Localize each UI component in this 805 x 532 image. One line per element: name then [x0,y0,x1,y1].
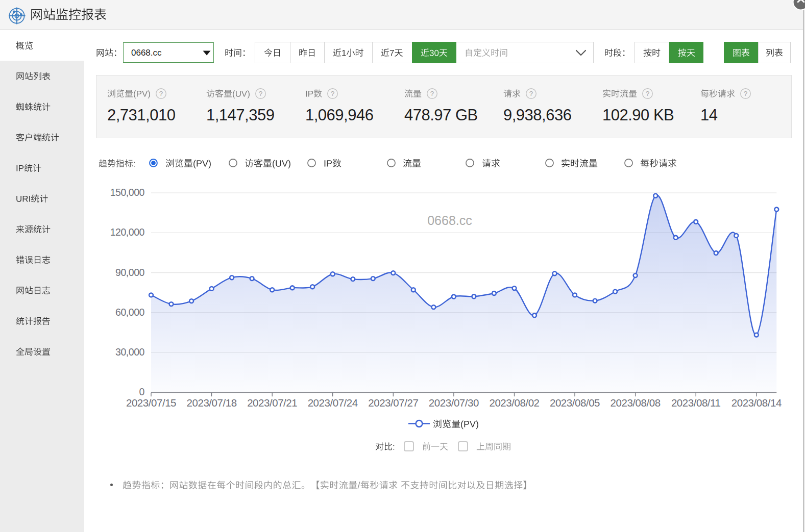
svg-text:2023/08/11: 2023/08/11 [671,397,721,409]
svg-text:0: 0 [139,386,145,397]
svg-text:?: ? [744,90,748,97]
svg-text:150,000: 150,000 [110,187,145,198]
svg-text:2023/08/08: 2023/08/08 [611,397,661,409]
svg-text:?: ? [259,90,263,97]
svg-text:2023/08/05: 2023/08/05 [550,397,600,409]
svg-text:2023/08/02: 2023/08/02 [489,397,539,409]
svg-text:0668.cc: 0668.cc [427,213,472,227]
svg-text:?: ? [646,90,650,97]
svg-text:60,000: 60,000 [115,307,145,318]
svg-text:?: ? [331,90,335,97]
svg-text:?: ? [529,90,533,97]
svg-text:2023/07/27: 2023/07/27 [368,397,418,409]
svg-text:2023/07/21: 2023/07/21 [247,397,297,409]
svg-text:90,000: 90,000 [115,267,145,278]
svg-text:120,000: 120,000 [110,226,145,238]
svg-text:?: ? [430,90,434,97]
svg-text:?: ? [159,90,163,97]
svg-text:2023/07/15: 2023/07/15 [126,397,176,409]
svg-text:2023/07/18: 2023/07/18 [187,397,237,409]
svg-text:2023/07/30: 2023/07/30 [429,397,479,409]
svg-text:30,000: 30,000 [115,346,145,358]
svg-text:2023/08/14: 2023/08/14 [731,397,782,409]
svg-text:2023/07/24: 2023/07/24 [308,397,358,409]
